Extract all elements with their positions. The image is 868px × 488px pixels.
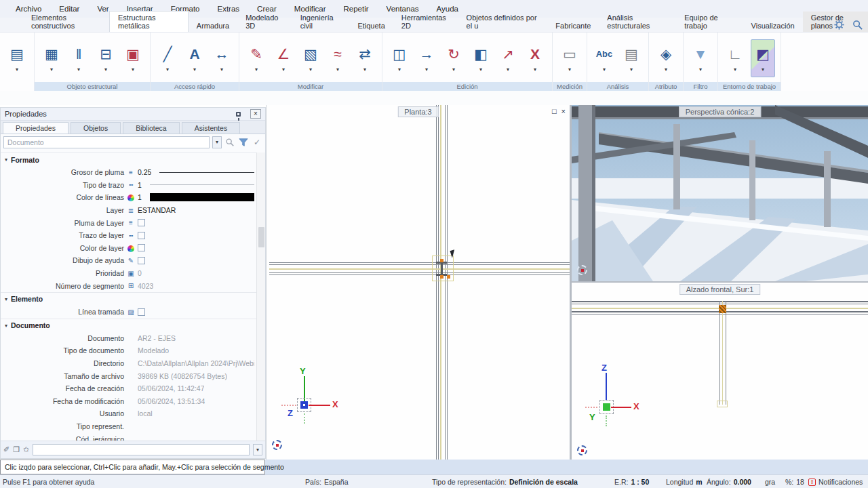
checkbox[interactable] bbox=[138, 308, 145, 316]
property-row[interactable]: Línea tramada ▨ bbox=[1, 306, 265, 319]
caret-icon[interactable]: ▾ bbox=[193, 66, 196, 73]
selection-handle[interactable] bbox=[440, 275, 443, 279]
tool-workspace-ruler[interactable]: ∟▾ bbox=[724, 38, 747, 79]
scrollbar[interactable] bbox=[256, 152, 265, 441]
tool-text-abc[interactable]: Abc▾ bbox=[593, 38, 616, 79]
tool-text[interactable]: A▾ bbox=[183, 38, 206, 79]
checkbox[interactable] bbox=[138, 244, 145, 251]
status-angle[interactable]: Ángulo:0.000 bbox=[707, 475, 751, 488]
tab-objetos-definidos[interactable]: Objetos definidos por el u bbox=[458, 12, 548, 32]
caret-icon[interactable]: ▾ bbox=[166, 66, 169, 73]
section-formato[interactable]: ▾Formato bbox=[1, 152, 265, 166]
tool-edit-pencil[interactable]: ✎▾ bbox=[245, 38, 268, 79]
tab-armadura[interactable]: Armadura bbox=[189, 20, 237, 32]
caret-icon[interactable]: ▾ bbox=[630, 66, 633, 73]
tab-ingenieria-civil[interactable]: Ingeniería civil bbox=[292, 12, 350, 32]
caret-icon[interactable]: ▾ bbox=[762, 66, 764, 73]
favorites-icon[interactable]: ✩ bbox=[23, 445, 29, 454]
checkbox[interactable] bbox=[138, 257, 145, 264]
caret-icon[interactable]: ▾ bbox=[398, 66, 401, 73]
viewport-title-perspectiva[interactable]: Perspectiva cónica:2 bbox=[679, 106, 762, 117]
property-row[interactable]: Trazo de layer ╍ bbox=[1, 229, 265, 242]
section-elemento[interactable]: ▾Elemento bbox=[1, 292, 265, 306]
selection-handle[interactable] bbox=[440, 259, 443, 262]
checkbox[interactable] bbox=[138, 232, 145, 239]
tool-connection[interactable]: ▣▾ bbox=[121, 38, 144, 79]
viewport-perspectiva[interactable]: Perspectiva cónica:2 Z Y X bbox=[572, 105, 868, 281]
property-row[interactable]: Fecha de modificación05/06/2024, 13:51:3… bbox=[1, 395, 265, 408]
color-swatch[interactable] bbox=[150, 193, 254, 201]
tool-selection[interactable]: ◩▾ bbox=[751, 39, 775, 77]
caret-icon[interactable]: ▾ bbox=[50, 66, 53, 73]
selection-handle[interactable] bbox=[447, 275, 450, 279]
section-documento[interactable]: ▾Documento bbox=[1, 319, 265, 332]
gear-icon[interactable] bbox=[834, 20, 844, 30]
status-angle-unit[interactable]: gra bbox=[765, 475, 775, 488]
property-row[interactable]: Pluma de Layer ≡ bbox=[1, 216, 265, 229]
tool-edit-hatch[interactable]: ▧▾ bbox=[299, 38, 322, 79]
tool-structural-element[interactable]: ▤ ▾ bbox=[5, 38, 28, 79]
tool-filter[interactable]: ▼▾ bbox=[689, 38, 712, 79]
tool-line[interactable]: ╱▾ bbox=[156, 38, 179, 79]
tool-girder[interactable]: ⊟▾ bbox=[94, 38, 117, 79]
close-icon[interactable]: × bbox=[561, 107, 566, 115]
close-icon[interactable]: × bbox=[250, 109, 261, 119]
caret-icon[interactable]: ▾ bbox=[132, 66, 134, 73]
tool-resize[interactable]: ↗▾ bbox=[496, 38, 519, 79]
tab-visualizacion[interactable]: Visualización bbox=[743, 20, 803, 32]
property-row[interactable]: Usuariolocal bbox=[1, 407, 265, 420]
search-icon[interactable] bbox=[852, 20, 863, 30]
caret-icon[interactable]: ▾ bbox=[363, 66, 366, 73]
viewport-title-planta[interactable]: Planta:3 bbox=[397, 106, 438, 117]
property-row[interactable]: DirectorioC:\Data\Allplan\Allplan 2024\P… bbox=[1, 357, 265, 370]
tool-rotate[interactable]: ↻▾ bbox=[442, 38, 465, 79]
scrollbar-thumb[interactable] bbox=[258, 227, 264, 247]
checkbox[interactable] bbox=[138, 219, 145, 226]
tool-dimension[interactable]: ↔▾ bbox=[210, 38, 233, 79]
caret-icon[interactable]: ▾ bbox=[282, 66, 285, 73]
caret-icon[interactable]: ▾ bbox=[734, 66, 736, 73]
tool-ruler[interactable]: ▭▾ bbox=[558, 38, 581, 79]
caret-icon[interactable]: ▾ bbox=[336, 66, 339, 73]
tool-stretch[interactable]: ≈▾ bbox=[326, 38, 349, 79]
caret-icon[interactable]: ▾ bbox=[699, 66, 702, 73]
pipette-icon[interactable]: ✐ bbox=[3, 445, 9, 454]
tab-propiedades[interactable]: Propiedades bbox=[3, 122, 68, 134]
chevron-down-icon[interactable]: ▾ bbox=[253, 444, 262, 455]
property-row[interactable]: Color de líneas 1 bbox=[1, 191, 265, 204]
property-row[interactable]: Prioridad ▣ 0 bbox=[1, 267, 265, 280]
folder-icon[interactable]: ❐ bbox=[13, 445, 20, 454]
viewport-planta[interactable]: Planta:3 □ × Y bbox=[266, 105, 570, 461]
tool-move-section[interactable]: ⇄▾ bbox=[353, 38, 376, 79]
status-notifications[interactable]: ! Notificaciones bbox=[808, 475, 863, 488]
column-section-selected[interactable] bbox=[432, 256, 454, 281]
tool-column[interactable]: ‖▾ bbox=[67, 38, 90, 79]
caret-icon[interactable]: ▾ bbox=[16, 66, 18, 73]
compass-icon[interactable] bbox=[577, 265, 587, 275]
property-row[interactable]: Fecha de creación05/06/2024, 11:42:47 bbox=[1, 382, 265, 395]
caret-icon[interactable]: ▾ bbox=[603, 66, 606, 73]
tab-etiqueta[interactable]: Etiqueta bbox=[349, 20, 393, 32]
maximize-icon[interactable]: □ bbox=[552, 107, 557, 115]
property-row[interactable]: Tamaño de archivo39869 KB (40826754 Byte… bbox=[1, 369, 265, 382]
caret-icon[interactable]: ▾ bbox=[534, 66, 536, 73]
caret-icon[interactable]: ▾ bbox=[507, 66, 509, 73]
tool-report[interactable]: ▤▾ bbox=[620, 38, 643, 79]
tab-analisis-estructurales[interactable]: Análisis estructurales bbox=[599, 12, 676, 32]
chevron-down-icon[interactable]: ▾ bbox=[212, 136, 222, 148]
caret-icon[interactable]: ▾ bbox=[425, 66, 428, 73]
property-row[interactable]: Tipo de trazo ╍ 1 bbox=[1, 179, 265, 192]
compass-icon[interactable] bbox=[272, 440, 282, 450]
tab-modelado-3d[interactable]: Modelado 3D bbox=[237, 12, 292, 32]
status-length-unit[interactable]: Longitudm bbox=[666, 475, 703, 488]
document-selector[interactable]: Documento bbox=[3, 136, 210, 148]
property-row[interactable]: Tipo de documentoModelado bbox=[1, 344, 265, 357]
status-country[interactable]: País:España bbox=[305, 475, 349, 488]
pin-icon[interactable] bbox=[236, 112, 241, 117]
viewport-title-alzado[interactable]: Alzado frontal, Sur:1 bbox=[679, 284, 761, 295]
property-row[interactable]: Número de segmento ⊞ 4023 bbox=[1, 279, 265, 292]
status-representation[interactable]: Tipo de representación:Definición de esc… bbox=[432, 475, 578, 488]
property-row[interactable]: Grosor de pluma ≡ 0.25 bbox=[1, 166, 265, 179]
property-row[interactable]: Cód. jerárquico bbox=[1, 432, 265, 441]
tab-asistentes[interactable]: Asistentes bbox=[182, 122, 240, 134]
